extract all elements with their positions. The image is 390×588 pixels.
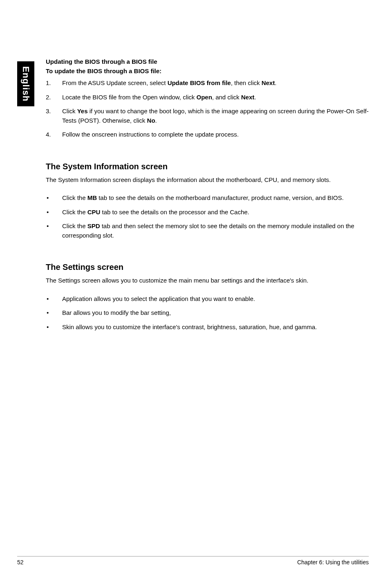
chapter-label: Chapter 6: Using the utilities xyxy=(297,559,369,566)
section-updating-bios: Updating the BIOS through a BIOS file To… xyxy=(46,58,369,139)
list-item: • Click the CPU tab to see the details o… xyxy=(46,208,369,217)
bullet-list: • Application allows you to select the a… xyxy=(46,294,369,332)
heading-2: To update the BIOS through a BIOS file: xyxy=(46,67,369,74)
bullet-icon: • xyxy=(46,193,62,203)
bullet-icon: • xyxy=(46,308,62,318)
bullet-icon: • xyxy=(46,294,62,304)
list-text: Skin allows you to customize the interfa… xyxy=(62,323,369,332)
list-text: Application allows you to select the app… xyxy=(62,294,369,304)
list-number: 1. xyxy=(46,79,62,88)
page-number: 52 xyxy=(17,559,24,566)
list-text: Click Yes if you want to change the boot… xyxy=(62,107,369,125)
section-system-info: The System Information screen The System… xyxy=(46,162,369,240)
list-item: 2. Locate the BIOS file from the Open wi… xyxy=(46,93,369,102)
list-text: Locate the BIOS file from the Open windo… xyxy=(62,93,369,102)
section-description: The Settings screen allows you to custom… xyxy=(46,276,369,285)
heading-1: Updating the BIOS through a BIOS file xyxy=(46,58,369,65)
list-item: • Skin allows you to customize the inter… xyxy=(46,323,369,332)
ordered-list: 1. From the ASUS Update screen, select U… xyxy=(46,79,369,139)
bullet-icon: • xyxy=(46,208,62,217)
list-item: • Click the SPD tab and then select the … xyxy=(46,222,369,240)
list-text: Click the CPU tab to see the details on … xyxy=(62,208,369,217)
list-item: • Application allows you to select the a… xyxy=(46,294,369,304)
bullet-list: • Click the MB tab to see the details on… xyxy=(46,193,369,240)
list-item: 1. From the ASUS Update screen, select U… xyxy=(46,79,369,88)
bullet-icon: • xyxy=(46,222,62,240)
bullet-icon: • xyxy=(46,323,62,332)
list-number: 3. xyxy=(46,107,62,125)
list-item: 3. Click Yes if you want to change the b… xyxy=(46,107,369,125)
list-number: 2. xyxy=(46,93,62,102)
page-footer: 52 Chapter 6: Using the utilities xyxy=(17,556,369,566)
list-item: • Bar allows you to modify the bar setti… xyxy=(46,308,369,318)
list-item: 4. Follow the onscreen instructions to c… xyxy=(46,130,369,139)
list-item: • Click the MB tab to see the details on… xyxy=(46,193,369,203)
section-title: The Settings screen xyxy=(46,263,369,272)
list-number: 4. xyxy=(46,130,62,139)
section-title: The System Information screen xyxy=(46,162,369,171)
list-text: Click the SPD tab and then select the me… xyxy=(62,222,369,240)
list-text: Bar allows you to modify the bar setting… xyxy=(62,308,369,318)
section-settings: The Settings screen The Settings screen … xyxy=(46,263,369,332)
main-content: Updating the BIOS through a BIOS file To… xyxy=(46,58,369,337)
list-text: Click the MB tab to see the details on t… xyxy=(62,193,369,203)
list-text: Follow the onscreen instructions to comp… xyxy=(62,130,369,139)
section-description: The System Information screen displays t… xyxy=(46,175,369,185)
language-tab: English xyxy=(17,61,34,106)
list-text: From the ASUS Update screen, select Upda… xyxy=(62,79,369,88)
